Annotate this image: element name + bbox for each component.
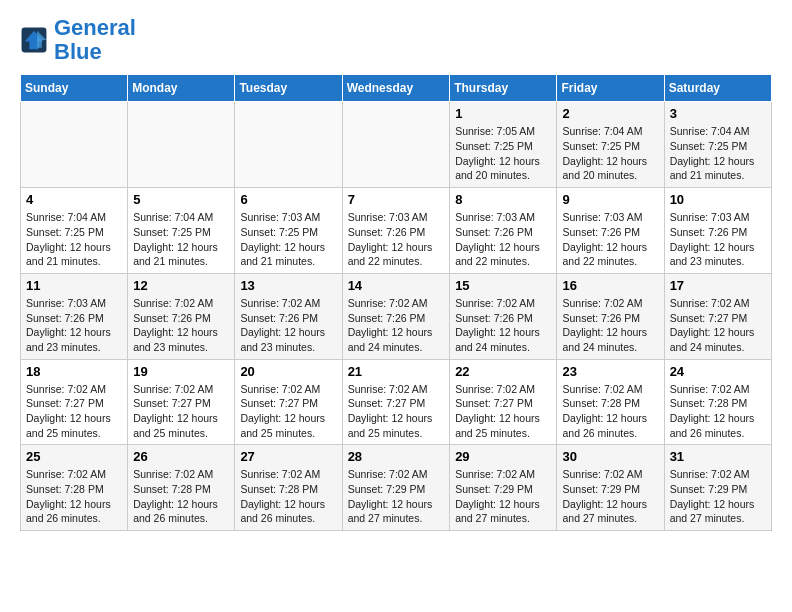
calendar-cell: 29Sunrise: 7:02 AM Sunset: 7:29 PM Dayli…	[450, 445, 557, 531]
day-number: 15	[455, 278, 551, 293]
day-number: 29	[455, 449, 551, 464]
calendar-cell: 1Sunrise: 7:05 AM Sunset: 7:25 PM Daylig…	[450, 102, 557, 188]
calendar-week-row: 18Sunrise: 7:02 AM Sunset: 7:27 PM Dayli…	[21, 359, 772, 445]
day-info: Sunrise: 7:02 AM Sunset: 7:28 PM Dayligh…	[670, 382, 766, 441]
day-number: 7	[348, 192, 445, 207]
day-number: 9	[562, 192, 658, 207]
day-info: Sunrise: 7:03 AM Sunset: 7:25 PM Dayligh…	[240, 210, 336, 269]
day-info: Sunrise: 7:02 AM Sunset: 7:28 PM Dayligh…	[133, 467, 229, 526]
day-number: 4	[26, 192, 122, 207]
calendar-cell: 20Sunrise: 7:02 AM Sunset: 7:27 PM Dayli…	[235, 359, 342, 445]
day-info: Sunrise: 7:02 AM Sunset: 7:26 PM Dayligh…	[348, 296, 445, 355]
day-info: Sunrise: 7:04 AM Sunset: 7:25 PM Dayligh…	[562, 124, 658, 183]
logo-icon	[20, 26, 48, 54]
calendar-week-row: 1Sunrise: 7:05 AM Sunset: 7:25 PM Daylig…	[21, 102, 772, 188]
weekday-header: Tuesday	[235, 75, 342, 102]
calendar-cell: 11Sunrise: 7:03 AM Sunset: 7:26 PM Dayli…	[21, 273, 128, 359]
day-info: Sunrise: 7:02 AM Sunset: 7:27 PM Dayligh…	[670, 296, 766, 355]
day-number: 3	[670, 106, 766, 121]
calendar-cell	[21, 102, 128, 188]
calendar-cell: 17Sunrise: 7:02 AM Sunset: 7:27 PM Dayli…	[664, 273, 771, 359]
day-info: Sunrise: 7:02 AM Sunset: 7:28 PM Dayligh…	[26, 467, 122, 526]
day-number: 18	[26, 364, 122, 379]
calendar-cell	[235, 102, 342, 188]
day-number: 26	[133, 449, 229, 464]
day-info: Sunrise: 7:03 AM Sunset: 7:26 PM Dayligh…	[26, 296, 122, 355]
logo: General Blue	[20, 16, 136, 64]
day-number: 27	[240, 449, 336, 464]
calendar-cell: 3Sunrise: 7:04 AM Sunset: 7:25 PM Daylig…	[664, 102, 771, 188]
day-number: 12	[133, 278, 229, 293]
calendar-cell: 21Sunrise: 7:02 AM Sunset: 7:27 PM Dayli…	[342, 359, 450, 445]
day-number: 10	[670, 192, 766, 207]
day-number: 24	[670, 364, 766, 379]
calendar-week-row: 4Sunrise: 7:04 AM Sunset: 7:25 PM Daylig…	[21, 188, 772, 274]
calendar-cell: 9Sunrise: 7:03 AM Sunset: 7:26 PM Daylig…	[557, 188, 664, 274]
day-number: 8	[455, 192, 551, 207]
day-info: Sunrise: 7:02 AM Sunset: 7:27 PM Dayligh…	[455, 382, 551, 441]
calendar-cell: 10Sunrise: 7:03 AM Sunset: 7:26 PM Dayli…	[664, 188, 771, 274]
calendar-week-row: 11Sunrise: 7:03 AM Sunset: 7:26 PM Dayli…	[21, 273, 772, 359]
calendar-table: SundayMondayTuesdayWednesdayThursdayFrid…	[20, 74, 772, 531]
day-info: Sunrise: 7:02 AM Sunset: 7:27 PM Dayligh…	[348, 382, 445, 441]
calendar-cell: 30Sunrise: 7:02 AM Sunset: 7:29 PM Dayli…	[557, 445, 664, 531]
day-info: Sunrise: 7:02 AM Sunset: 7:26 PM Dayligh…	[455, 296, 551, 355]
calendar-cell: 12Sunrise: 7:02 AM Sunset: 7:26 PM Dayli…	[128, 273, 235, 359]
logo-text: General Blue	[54, 16, 136, 64]
day-info: Sunrise: 7:02 AM Sunset: 7:29 PM Dayligh…	[562, 467, 658, 526]
calendar-cell: 15Sunrise: 7:02 AM Sunset: 7:26 PM Dayli…	[450, 273, 557, 359]
day-info: Sunrise: 7:02 AM Sunset: 7:29 PM Dayligh…	[670, 467, 766, 526]
calendar-cell: 7Sunrise: 7:03 AM Sunset: 7:26 PM Daylig…	[342, 188, 450, 274]
day-number: 30	[562, 449, 658, 464]
calendar-cell: 14Sunrise: 7:02 AM Sunset: 7:26 PM Dayli…	[342, 273, 450, 359]
day-number: 31	[670, 449, 766, 464]
day-info: Sunrise: 7:02 AM Sunset: 7:26 PM Dayligh…	[240, 296, 336, 355]
day-info: Sunrise: 7:02 AM Sunset: 7:28 PM Dayligh…	[240, 467, 336, 526]
calendar-cell: 25Sunrise: 7:02 AM Sunset: 7:28 PM Dayli…	[21, 445, 128, 531]
calendar-cell: 4Sunrise: 7:04 AM Sunset: 7:25 PM Daylig…	[21, 188, 128, 274]
day-number: 28	[348, 449, 445, 464]
day-info: Sunrise: 7:02 AM Sunset: 7:29 PM Dayligh…	[348, 467, 445, 526]
calendar-cell	[128, 102, 235, 188]
calendar-cell: 8Sunrise: 7:03 AM Sunset: 7:26 PM Daylig…	[450, 188, 557, 274]
day-info: Sunrise: 7:05 AM Sunset: 7:25 PM Dayligh…	[455, 124, 551, 183]
day-info: Sunrise: 7:04 AM Sunset: 7:25 PM Dayligh…	[670, 124, 766, 183]
calendar-cell: 28Sunrise: 7:02 AM Sunset: 7:29 PM Dayli…	[342, 445, 450, 531]
calendar-cell: 2Sunrise: 7:04 AM Sunset: 7:25 PM Daylig…	[557, 102, 664, 188]
day-number: 1	[455, 106, 551, 121]
day-info: Sunrise: 7:02 AM Sunset: 7:26 PM Dayligh…	[562, 296, 658, 355]
weekday-header: Sunday	[21, 75, 128, 102]
day-info: Sunrise: 7:02 AM Sunset: 7:27 PM Dayligh…	[133, 382, 229, 441]
calendar-cell	[342, 102, 450, 188]
day-number: 16	[562, 278, 658, 293]
day-number: 23	[562, 364, 658, 379]
calendar-cell: 26Sunrise: 7:02 AM Sunset: 7:28 PM Dayli…	[128, 445, 235, 531]
day-number: 17	[670, 278, 766, 293]
page-header: General Blue	[20, 16, 772, 64]
day-number: 6	[240, 192, 336, 207]
day-info: Sunrise: 7:02 AM Sunset: 7:27 PM Dayligh…	[26, 382, 122, 441]
day-number: 14	[348, 278, 445, 293]
weekday-header: Monday	[128, 75, 235, 102]
calendar-cell: 13Sunrise: 7:02 AM Sunset: 7:26 PM Dayli…	[235, 273, 342, 359]
weekday-header: Thursday	[450, 75, 557, 102]
day-info: Sunrise: 7:04 AM Sunset: 7:25 PM Dayligh…	[133, 210, 229, 269]
day-info: Sunrise: 7:03 AM Sunset: 7:26 PM Dayligh…	[348, 210, 445, 269]
day-info: Sunrise: 7:02 AM Sunset: 7:28 PM Dayligh…	[562, 382, 658, 441]
day-number: 25	[26, 449, 122, 464]
weekday-header: Friday	[557, 75, 664, 102]
calendar-cell: 22Sunrise: 7:02 AM Sunset: 7:27 PM Dayli…	[450, 359, 557, 445]
day-info: Sunrise: 7:02 AM Sunset: 7:29 PM Dayligh…	[455, 467, 551, 526]
calendar-cell: 31Sunrise: 7:02 AM Sunset: 7:29 PM Dayli…	[664, 445, 771, 531]
calendar-cell: 16Sunrise: 7:02 AM Sunset: 7:26 PM Dayli…	[557, 273, 664, 359]
day-info: Sunrise: 7:03 AM Sunset: 7:26 PM Dayligh…	[670, 210, 766, 269]
calendar-cell: 19Sunrise: 7:02 AM Sunset: 7:27 PM Dayli…	[128, 359, 235, 445]
calendar-cell: 6Sunrise: 7:03 AM Sunset: 7:25 PM Daylig…	[235, 188, 342, 274]
calendar-cell: 24Sunrise: 7:02 AM Sunset: 7:28 PM Dayli…	[664, 359, 771, 445]
day-info: Sunrise: 7:04 AM Sunset: 7:25 PM Dayligh…	[26, 210, 122, 269]
day-number: 20	[240, 364, 336, 379]
day-number: 21	[348, 364, 445, 379]
calendar-cell: 18Sunrise: 7:02 AM Sunset: 7:27 PM Dayli…	[21, 359, 128, 445]
weekday-header: Saturday	[664, 75, 771, 102]
weekday-header: Wednesday	[342, 75, 450, 102]
